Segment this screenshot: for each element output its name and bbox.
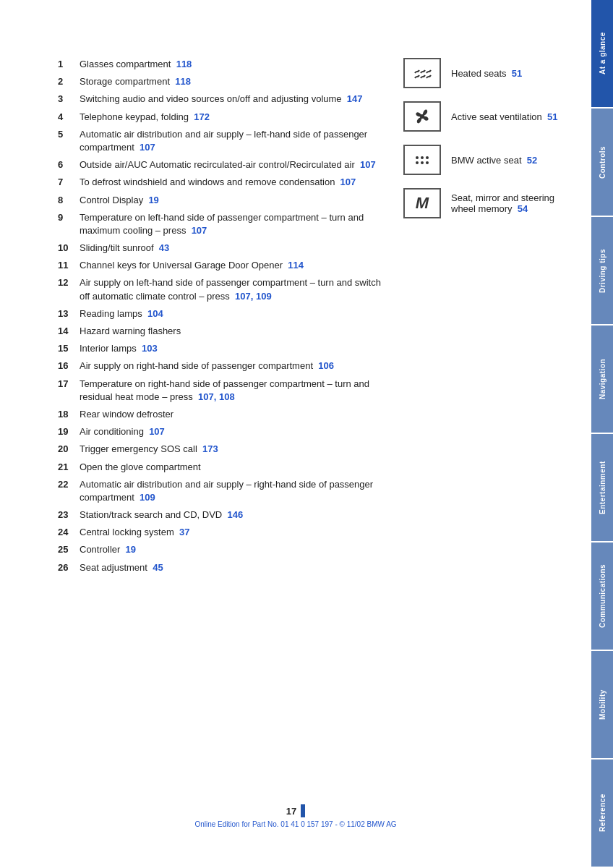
item-link[interactable]: 118 xyxy=(175,76,191,87)
left-column: 1 Glasses compartment 118 2 Storage comp… xyxy=(58,58,382,579)
item-link[interactable]: 43 xyxy=(159,242,169,253)
item-link[interactable]: 107, 108 xyxy=(198,391,235,402)
bmw-active-seat-link[interactable]: 52 xyxy=(527,155,537,166)
item-number: 10 xyxy=(58,242,80,255)
item-number: 1 xyxy=(58,58,80,71)
memory-label: Seat, mirror and steering wheel memory 5… xyxy=(451,192,562,214)
svg-point-5 xyxy=(421,161,424,164)
item-link[interactable]: 103 xyxy=(142,343,158,354)
list-item: 11 Channel keys for Universal Garage Doo… xyxy=(58,259,382,272)
svg-point-2 xyxy=(421,156,424,159)
sidebar-tab-label: At a glance xyxy=(599,33,606,75)
seat-vent-icon xyxy=(408,106,437,127)
item-number: 25 xyxy=(58,543,80,556)
heated-seats-link[interactable]: 51 xyxy=(512,68,522,79)
item-number: 22 xyxy=(58,478,80,504)
sidebar-tab-mobility[interactable]: Mobility xyxy=(591,651,613,758)
sidebar-tab-entertainment[interactable]: Entertainment xyxy=(591,434,613,541)
item-link[interactable]: 114 xyxy=(288,260,304,271)
list-item: 24 Central locking system 37 xyxy=(58,526,382,539)
item-number: 23 xyxy=(58,509,80,522)
list-item: 7 To defrost windshield and windows and … xyxy=(58,176,382,189)
item-text: Air supply on right-hand side of passeng… xyxy=(80,359,382,373)
list-item: 23 Station/track search and CD, DVD 146 xyxy=(58,509,382,522)
seat-vent-link[interactable]: 51 xyxy=(547,111,557,122)
sidebar-tab-reference[interactable]: Reference xyxy=(591,760,613,867)
list-item: 21 Open the glove compartment xyxy=(58,461,382,474)
item-link[interactable]: 172 xyxy=(194,111,210,122)
item-number: 6 xyxy=(58,158,80,171)
sidebar-tab-label: Reference xyxy=(599,794,606,833)
item-link[interactable]: 109 xyxy=(140,492,155,503)
list-item: 13 Reading lamps 104 xyxy=(58,307,382,320)
item-text: Air supply on left-hand side of passenge… xyxy=(80,276,382,302)
item-text: Channel keys for Universal Garage Door O… xyxy=(80,259,382,272)
svg-point-1 xyxy=(416,156,419,159)
item-text: Switching audio and video sources on/off… xyxy=(80,93,382,106)
item-number: 9 xyxy=(58,211,80,237)
sidebar-tab-label: Controls xyxy=(599,145,606,178)
list-item: 18 Rear window defroster xyxy=(58,408,382,421)
icon-row-memory: M Seat, mirror and steering wheel memory… xyxy=(403,188,562,218)
heated-seats-icon-box xyxy=(403,58,441,88)
item-link[interactable]: 45 xyxy=(153,562,163,573)
page-footer: 17 Online Edition for Part No. 01 41 0 1… xyxy=(0,804,591,828)
item-number: 18 xyxy=(58,408,80,421)
item-text: Central locking system 37 xyxy=(80,526,382,539)
item-text: Open the glove compartment xyxy=(80,461,382,474)
item-link[interactable]: 107 xyxy=(149,426,165,437)
page-number: 17 xyxy=(286,806,296,817)
item-link[interactable]: 104 xyxy=(147,308,163,319)
item-link[interactable]: 118 xyxy=(176,59,192,69)
item-link[interactable]: 19 xyxy=(126,544,136,555)
svg-point-4 xyxy=(416,161,419,164)
item-link[interactable]: 146 xyxy=(227,509,243,520)
item-number: 26 xyxy=(58,561,80,574)
sidebar-tab-at-a-glance[interactable]: At a glance xyxy=(591,0,613,107)
list-item: 25 Controller 19 xyxy=(58,543,382,556)
list-item: 6 Outside air/AUC Automatic recirculated… xyxy=(58,158,382,171)
item-text: Storage compartment 118 xyxy=(80,75,382,88)
list-item: 14 Hazard warning flashers xyxy=(58,325,382,338)
item-text: Telephone keypad, folding 172 xyxy=(80,111,382,124)
item-text: Seat adjustment 45 xyxy=(80,561,382,574)
item-link[interactable]: 107, 109 xyxy=(235,291,272,302)
item-link[interactable]: 107 xyxy=(140,142,155,153)
right-column: Heated seats 51 Active xyxy=(403,58,562,579)
item-link[interactable]: 19 xyxy=(148,195,158,205)
item-text: Interior lamps 103 xyxy=(80,342,382,355)
svg-point-6 xyxy=(426,161,429,164)
item-link[interactable]: 147 xyxy=(347,93,363,104)
item-text: Automatic air distribution and air suppl… xyxy=(80,128,382,154)
memory-link[interactable]: 54 xyxy=(518,203,528,214)
list-item: 17 Temperature on right-hand side of pas… xyxy=(58,378,382,404)
item-text: Outside air/AUC Automatic recirculated-a… xyxy=(80,158,382,171)
list-item: 26 Seat adjustment 45 xyxy=(58,561,382,574)
list-item: 2 Storage compartment 118 xyxy=(58,75,382,88)
sidebar-tab-communications[interactable]: Communications xyxy=(591,542,613,650)
item-link[interactable]: 107 xyxy=(340,176,356,187)
sidebar-tab-navigation[interactable]: Navigation xyxy=(591,326,613,433)
page-bar-decoration xyxy=(301,804,305,817)
sidebar-tab-driving-tips[interactable]: Driving tips xyxy=(591,217,613,324)
item-number: 20 xyxy=(58,443,80,456)
item-number: 7 xyxy=(58,176,80,189)
icon-row-heated-seats: Heated seats 51 xyxy=(403,58,562,88)
sidebar-tab-label: Navigation xyxy=(599,359,606,399)
bmw-active-seat-icon xyxy=(408,149,437,171)
page-number-line: 17 xyxy=(286,804,305,817)
list-item: 9 Temperature on left-hand side of passe… xyxy=(58,211,382,237)
sidebar-tab-controls[interactable]: Controls xyxy=(591,109,613,216)
list-item: 1 Glasses compartment 118 xyxy=(58,58,382,71)
item-link[interactable]: 173 xyxy=(202,443,218,454)
list-item: 22 Automatic air distribution and air su… xyxy=(58,478,382,504)
item-link[interactable]: 37 xyxy=(179,527,189,537)
item-text: Station/track search and CD, DVD 146 xyxy=(80,509,382,522)
item-text: Trigger emergency SOS call 173 xyxy=(80,443,382,456)
item-link[interactable]: 107 xyxy=(360,159,376,170)
sidebar-tab-label: Mobility xyxy=(599,689,606,720)
sidebar-tab-label: Driving tips xyxy=(599,249,606,293)
sidebar: At a glance Controls Driving tips Naviga… xyxy=(591,0,613,868)
item-link[interactable]: 107 xyxy=(192,225,207,236)
item-link[interactable]: 106 xyxy=(318,360,334,371)
